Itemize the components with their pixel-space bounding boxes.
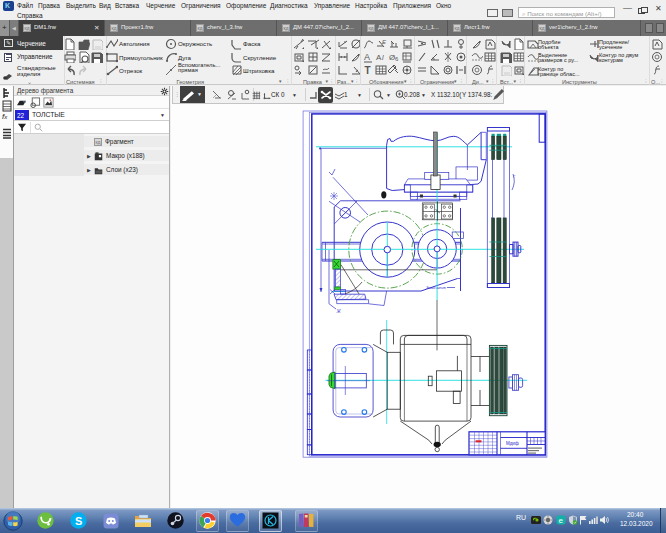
svg-text:e: e xyxy=(559,516,564,525)
svg-text:S: S xyxy=(75,515,82,527)
svg-text:Эскиз шест: Эскиз шест xyxy=(426,286,446,290)
svg-text:Мдиф: Мдиф xyxy=(506,441,519,446)
svg-text:Ж: Ж xyxy=(336,309,342,314)
